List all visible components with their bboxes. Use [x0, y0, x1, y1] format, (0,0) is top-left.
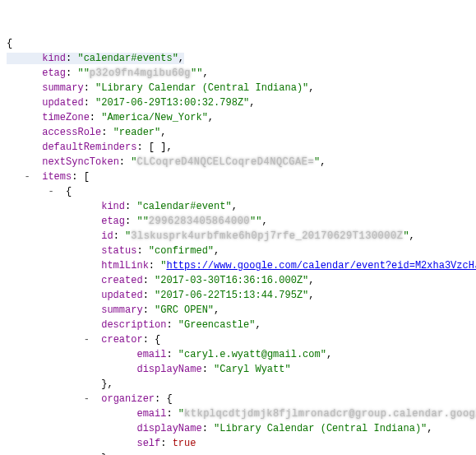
json-key: accessRole — [42, 127, 101, 138]
json-key: creator — [101, 334, 142, 346]
redacted-text: p32o9fn4mgibu60g — [90, 67, 191, 79]
json-key: items — [42, 171, 72, 183]
json-key: summary — [42, 82, 83, 94]
json-key: displayName — [136, 423, 201, 434]
collapse-toggle-icon[interactable]: - — [84, 334, 90, 346]
json-key: updated — [42, 97, 83, 109]
redacted-text: 3lskusprk4urbfmke6h0pj7rfe_20170629T1300… — [131, 230, 403, 242]
json-key: email — [136, 349, 166, 360]
json-key: kind — [42, 53, 66, 64]
object-brace-open: { — [7, 38, 12, 49]
json-key: description — [101, 319, 166, 331]
json-key: etag — [42, 67, 66, 79]
json-key: email — [136, 408, 166, 420]
json-key: created — [101, 275, 142, 286]
json-tree[interactable]: { kind: "calendar#events", etag: ""p32o9… — [7, 36, 469, 455]
redacted-text: 2996283405864000 — [149, 216, 250, 227]
collapse-toggle-icon[interactable]: - — [25, 171, 30, 183]
json-key: summary — [101, 304, 142, 316]
json-key: etag — [101, 216, 125, 227]
json-key: organizer — [101, 393, 155, 405]
json-key: kind — [101, 201, 125, 212]
html-link[interactable]: https://www.google.com/calendar/event?ei… — [166, 260, 476, 272]
json-key: id — [101, 230, 113, 242]
collapse-toggle-icon[interactable]: - — [48, 186, 53, 197]
redacted-text: ktkplqcdtjdmjk8fjlmronadcr@group.calenda… — [184, 408, 476, 420]
json-string: "Library Calendar (Central Indiana)" — [95, 82, 308, 94]
json-key: defaultReminders — [42, 142, 136, 153]
json-key: nextSyncToken — [42, 156, 119, 168]
json-key: timeZone — [42, 112, 90, 123]
json-key: updated — [101, 290, 142, 301]
redacted-text: CLCoqreD4NQCELCoqreD4NQCGAE= — [136, 156, 314, 168]
json-key: self — [136, 438, 160, 449]
json-bool: true — [173, 438, 196, 449]
json-key: displayName — [136, 364, 201, 375]
json-string: "calendar#events" — [77, 53, 178, 64]
json-key: status — [101, 245, 136, 257]
json-key: htmlLink — [101, 260, 149, 272]
collapse-toggle-icon[interactable]: - — [84, 393, 90, 405]
selected-line[interactable]: kind: "calendar#events", — [7, 53, 184, 64]
